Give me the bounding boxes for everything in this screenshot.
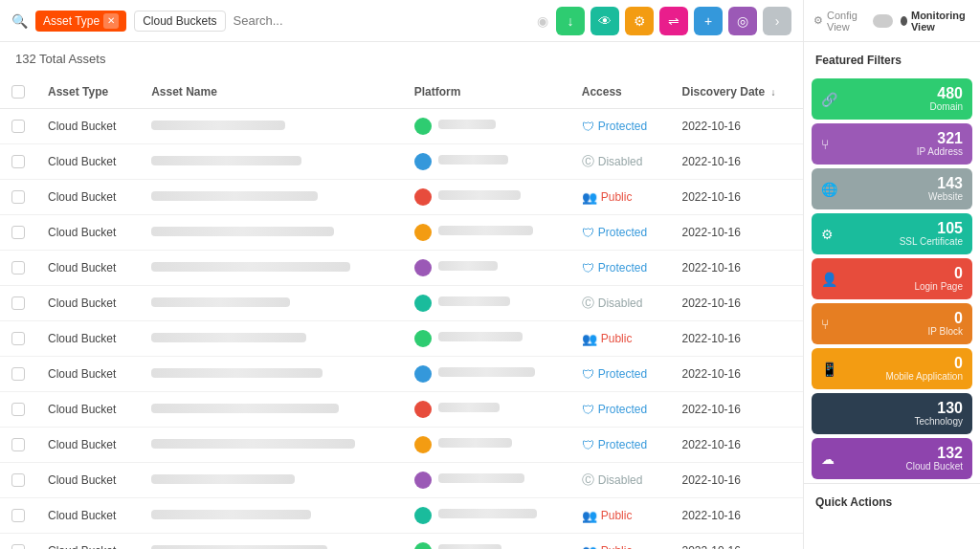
table-row[interactable]: Cloud Bucket 🛡 Protected 2022-10-16 — [0, 251, 803, 286]
access-icon: 🛡 — [582, 226, 594, 240]
asset-type-cell: Cloud Bucket — [36, 144, 140, 180]
total-count: 132 Total Assets — [0, 42, 803, 76]
access-cell: 👥 Public — [570, 180, 671, 215]
asset-type-cell: Cloud Bucket — [36, 286, 140, 321]
filter-card-login-page[interactable]: 👤 0 Login Page — [812, 258, 972, 299]
filter-count: 0 — [928, 311, 964, 326]
row-checkbox[interactable] — [11, 509, 25, 522]
platform-cell — [403, 144, 570, 180]
search-clear-icon[interactable]: ◉ — [537, 13, 548, 29]
filter-icon: 🔗 — [821, 92, 837, 107]
asset-name-cell — [140, 392, 403, 428]
row-checkbox[interactable] — [11, 296, 25, 310]
cloud-buckets-filter[interactable]: Cloud Buckets — [134, 11, 225, 32]
download-button[interactable]: ↓ — [556, 7, 585, 35]
assets-table: Asset Type Asset Name Platform Access Di… — [0, 76, 803, 549]
filter-count: 105 — [900, 221, 963, 236]
add-button[interactable]: + — [694, 7, 723, 35]
refresh-button[interactable]: ⇌ — [659, 7, 688, 35]
sort-icon: ↓ — [771, 87, 776, 98]
filter-card-ip-block[interactable]: ⑂ 0 IP Block — [812, 303, 972, 344]
filter-icon: ⚙ — [821, 227, 834, 242]
view-button[interactable]: 👁 — [590, 7, 619, 35]
access-cell: 🛡 Protected — [570, 251, 671, 286]
view-toggle[interactable] — [873, 14, 893, 28]
filter-card-ip-address[interactable]: ⑂ 321 IP Address — [812, 123, 972, 165]
asset-type-close-icon[interactable]: ✕ — [103, 13, 119, 29]
table-row[interactable]: Cloud Bucket 👥 Public 2022-10-16 — [0, 180, 803, 215]
filter-card-website[interactable]: 🌐 143 Website — [812, 168, 972, 209]
filter-card-right: 105 SSL Certificate — [900, 221, 963, 247]
filter-card-left: ⑂ — [821, 137, 829, 152]
table-row[interactable]: Cloud Bucket 👥 Public 2022-10-16 — [0, 498, 803, 534]
asset-type-filter[interactable]: Asset Type ✕ — [35, 11, 126, 32]
asset-name-cell — [140, 321, 403, 357]
col-asset-name: Asset Name — [140, 76, 403, 109]
col-platform: Platform — [403, 76, 570, 109]
filter-card-cloud-bucket[interactable]: ☁ 132 Cloud Bucket — [812, 438, 972, 479]
col-access: Access — [570, 76, 671, 109]
row-checkbox[interactable] — [11, 190, 25, 204]
col-discovery-date[interactable]: Discovery Date ↓ — [671, 76, 803, 109]
filter-card-right: 0 Login Page — [914, 266, 963, 292]
right-panel: ⚙ Config View Monitoring View Featured F… — [803, 0, 980, 549]
table-row[interactable]: Cloud Bucket 🛡 Protected 2022-10-16 — [0, 109, 803, 144]
access-label: Disabled — [598, 296, 643, 310]
filter-count: 480 — [930, 86, 963, 101]
row-checkbox[interactable] — [11, 473, 25, 487]
table-row[interactable]: Cloud Bucket Ⓒ Disabled 2022-10-16 — [0, 463, 803, 498]
row-checkbox[interactable] — [11, 403, 25, 416]
config-view-label[interactable]: ⚙ Config View — [813, 10, 865, 33]
filter-card-domain[interactable]: 🔗 480 Domain — [812, 78, 972, 120]
row-checkbox[interactable] — [11, 367, 25, 381]
access-icon: 🛡 — [582, 438, 594, 452]
table-row[interactable]: Cloud Bucket 👥 Public 2022-10-16 — [0, 534, 803, 550]
more-button[interactable]: › — [763, 7, 791, 35]
table-row[interactable]: Cloud Bucket 🛡 Protected 2022-10-16 — [0, 215, 803, 251]
monitoring-view-label[interactable]: Monitoring View — [901, 10, 970, 33]
filter-card-left: 📱 — [821, 362, 837, 377]
table-row[interactable]: Cloud Bucket 🛡 Protected 2022-10-16 — [0, 357, 803, 392]
filter-card-left: ☁ — [821, 451, 835, 467]
table-row[interactable]: Cloud Bucket 🛡 Protected 2022-10-16 — [0, 428, 803, 463]
row-checkbox[interactable] — [11, 120, 25, 133]
table-row[interactable]: Cloud Bucket Ⓒ Disabled 2022-10-16 — [0, 144, 803, 180]
asset-name-cell — [140, 498, 403, 534]
row-checkbox[interactable] — [11, 261, 25, 274]
asset-type-label: Asset Type — [43, 14, 100, 28]
row-checkbox[interactable] — [11, 226, 25, 239]
row-checkbox[interactable] — [11, 155, 25, 168]
filter-card-mobile-application[interactable]: 📱 0 Mobile Application — [812, 348, 972, 389]
access-cell: 🛡 Protected — [570, 392, 671, 428]
asset-name-cell — [140, 428, 403, 463]
select-all-checkbox[interactable] — [11, 85, 25, 99]
filter-card-right: 0 IP Block — [928, 311, 964, 337]
row-checkbox[interactable] — [11, 332, 25, 345]
access-icon: Ⓒ — [582, 472, 594, 489]
settings-button[interactable]: ⚙ — [625, 7, 654, 35]
access-icon: Ⓒ — [582, 295, 594, 312]
platform-cell — [403, 428, 570, 463]
search-input[interactable] — [234, 13, 529, 28]
table-row[interactable]: Cloud Bucket 👥 Public 2022-10-16 — [0, 321, 803, 357]
quick-actions-section: Quick Actions — [804, 483, 980, 516]
access-label: Public — [601, 190, 633, 204]
date-cell: 2022-10-16 — [671, 392, 803, 428]
asset-name-cell — [140, 180, 403, 215]
access-label: Protected — [598, 120, 647, 133]
access-icon: 👥 — [582, 190, 597, 205]
table-row[interactable]: Cloud Bucket 🛡 Protected 2022-10-16 — [0, 392, 803, 428]
filter-card-technology[interactable]: 130 Technology — [812, 393, 972, 434]
asset-type-cell: Cloud Bucket — [36, 321, 140, 357]
filter-label: Technology — [914, 416, 963, 427]
filter-label: Cloud Bucket — [906, 461, 963, 472]
table-row[interactable]: Cloud Bucket Ⓒ Disabled 2022-10-16 — [0, 286, 803, 321]
filter-card-ssl-certificate[interactable]: ⚙ 105 SSL Certificate — [812, 213, 972, 254]
row-checkbox[interactable] — [11, 544, 25, 549]
access-label: Protected — [598, 261, 647, 274]
row-checkbox[interactable] — [11, 438, 25, 451]
platform-cell — [403, 251, 570, 286]
access-cell: 🛡 Protected — [570, 109, 671, 144]
target-button[interactable]: ◎ — [728, 7, 757, 35]
platform-cell — [403, 321, 570, 357]
